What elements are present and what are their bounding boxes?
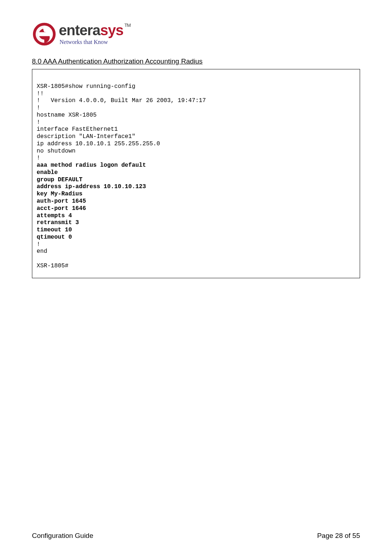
code-line: ! xyxy=(37,241,40,248)
enterasys-logo-icon xyxy=(32,22,57,46)
code-line-bold: qtimeout 0 xyxy=(37,234,72,240)
code-line: XSR-1805#show running-config xyxy=(37,83,135,90)
logo-header: enterasysTM Networks that Know xyxy=(32,22,360,46)
code-line-bold: group DEFAULT xyxy=(37,177,82,183)
footer-page-number: Page 28 of 55 xyxy=(317,532,360,540)
code-line: !! xyxy=(37,90,44,97)
brand-suffix: sys xyxy=(100,22,123,38)
code-line-bold: timeout 10 xyxy=(37,227,72,233)
code-line-bold: auth-port 1645 xyxy=(37,198,86,204)
code-line-bold: attempts 4 xyxy=(37,212,72,219)
logo-tagline: Networks that Know xyxy=(60,39,131,45)
code-line: ! xyxy=(37,119,40,126)
trademark-symbol: TM xyxy=(124,23,131,28)
code-line-bold: enable xyxy=(37,169,58,176)
footer-title: Configuration Guide xyxy=(32,532,93,540)
code-line: ! xyxy=(37,155,40,161)
code-line: ip address 10.10.10.1 255.255.255.0 xyxy=(37,141,160,147)
logo-brand-name: enterasysTM xyxy=(59,23,131,37)
code-line: ! xyxy=(37,105,40,111)
page-footer: Configuration Guide Page 28 of 55 xyxy=(32,532,360,540)
brand-prefix: entera xyxy=(59,22,100,38)
code-line: no shutdown xyxy=(37,148,75,154)
svg-rect-1 xyxy=(38,32,50,36)
code-line: XSR-1805# xyxy=(37,263,68,269)
code-line-bold: key My-Radius xyxy=(37,191,82,197)
code-line-bold: address ip-address 10.10.10.123 xyxy=(37,183,146,190)
config-code-block: XSR-1805#show running-config !! ! Versio… xyxy=(32,69,360,278)
code-line: hostname XSR-1805 xyxy=(37,112,97,118)
code-line: description "LAN-Interface1" xyxy=(37,133,135,140)
code-line-bold: acct-port 1646 xyxy=(37,205,86,212)
code-line: ! Version 4.0.0.0, Built Mar 26 2003, 19… xyxy=(37,97,206,104)
code-line: interface FastEthernet1 xyxy=(37,126,118,133)
logo-text-block: enterasysTM Networks that Know xyxy=(59,23,131,45)
section-heading: 8.0 AAA Authentication Authorization Acc… xyxy=(32,57,360,65)
code-line: end xyxy=(37,248,47,255)
code-line-bold: aaa method radius logon default xyxy=(37,162,146,169)
code-line-bold: retransmit 3 xyxy=(37,219,79,226)
